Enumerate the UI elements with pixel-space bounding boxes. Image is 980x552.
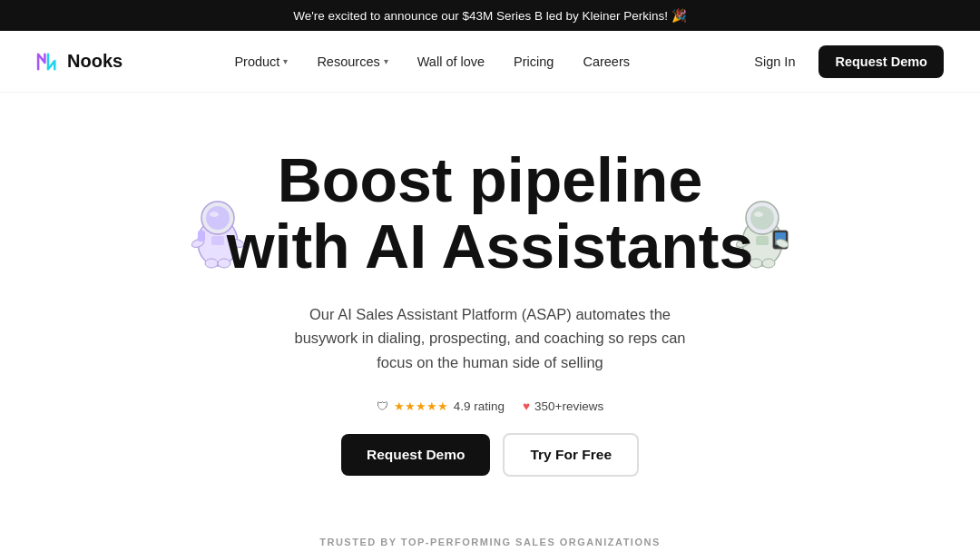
hero-badges: 🛡 ★★★★★ 4.9 rating ♥ 350+reviews (18, 399, 962, 413)
nav-resources[interactable]: Resources ▾ (306, 47, 398, 76)
nav-pricing[interactable]: Pricing (503, 47, 564, 76)
announcement-bar: We're excited to announce our $43M Serie… (0, 0, 980, 31)
navbar: Nooks Product ▾ Resources ▾ Wall of love… (0, 31, 980, 93)
logo-text: Nooks (67, 51, 122, 72)
heart-icon: ♥ (523, 399, 530, 413)
rating-value: 4.9 rating (454, 399, 505, 413)
trusted-section: TRUSTED BY TOP-PERFORMING SALES ORGANIZA… (0, 504, 980, 552)
announcement-text: We're excited to announce our $43M Serie… (293, 9, 687, 23)
hero-section: Boost pipeline with AI Assistants Our AI… (0, 93, 980, 504)
logo[interactable]: Nooks (36, 51, 122, 72)
rating-badge: 🛡 ★★★★★ 4.9 rating (377, 399, 505, 413)
reviews-count: 350+reviews (534, 399, 603, 413)
reviews-badge: ♥ 350+reviews (523, 399, 603, 413)
nav-product[interactable]: Product ▾ (223, 47, 299, 76)
nav-careers[interactable]: Careers (572, 47, 641, 76)
hero-cta: Request Demo Try For Free (18, 433, 962, 477)
request-demo-hero-button[interactable]: Request Demo (341, 434, 491, 476)
nav-links: Product ▾ Resources ▾ Wall of love Prici… (223, 47, 641, 76)
star-icons: ★★★★★ (394, 399, 448, 413)
nooks-logo-icon (36, 53, 60, 71)
sign-in-button[interactable]: Sign In (741, 47, 808, 76)
chevron-down-icon: ▾ (283, 56, 288, 66)
hero-subtitle: Our AI Sales Assistant Platform (ASAP) a… (290, 302, 690, 374)
chevron-down-icon: ▾ (384, 56, 388, 66)
request-demo-nav-button[interactable]: Request Demo (818, 45, 944, 78)
nav-wall-of-love[interactable]: Wall of love (407, 47, 495, 76)
shield-icon: 🛡 (377, 399, 388, 413)
nav-actions: Sign In Request Demo (741, 45, 944, 78)
trusted-label: TRUSTED BY TOP-PERFORMING SALES ORGANIZA… (36, 537, 944, 547)
hero-title: Boost pipeline with AI Assistants (145, 147, 835, 281)
try-free-button[interactable]: Try For Free (503, 433, 639, 477)
